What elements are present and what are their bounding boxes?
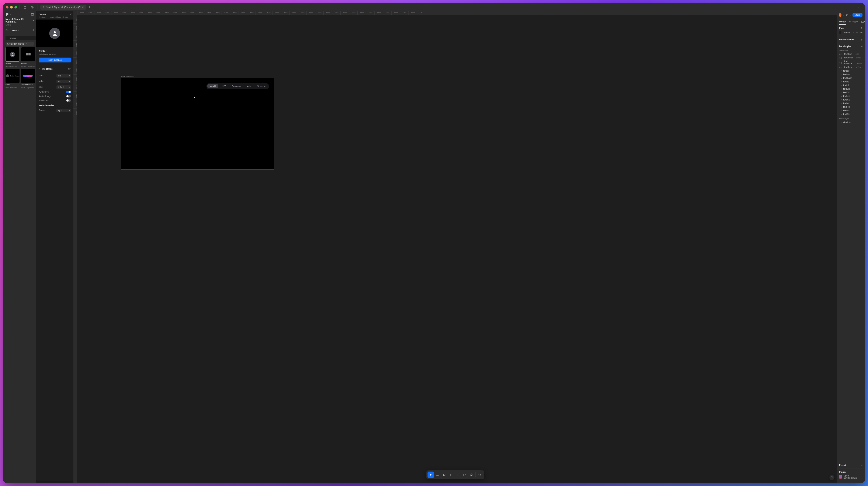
tab-item[interactable]: N.Y <box>219 84 228 88</box>
settings-icon[interactable]: ⚙ <box>861 38 863 41</box>
page-color-value[interactable]: 1E1E1E <box>842 31 850 34</box>
style-folder[interactable]: text-8xl <box>839 109 863 112</box>
dark-container-frame[interactable]: World N.Y Business Arts Science <box>121 78 274 170</box>
chevron-down-icon[interactable]: ▾ <box>843 14 844 16</box>
frame-label[interactable]: Dark container <box>121 76 134 78</box>
globe-icon[interactable] <box>30 4 35 10</box>
component-icon <box>42 6 44 8</box>
avatar-text-toggle[interactable] <box>66 99 71 102</box>
tab-item[interactable]: Science <box>255 84 268 88</box>
add-icon[interactable]: + <box>861 45 863 48</box>
refresh-icon[interactable]: ⟳ <box>68 67 71 71</box>
asset-item[interactable]: Avatar NextUI Figma Ki… <box>5 47 20 67</box>
minimize-window[interactable] <box>10 6 13 8</box>
left-panel: ▾ NextUI Figma Kit (Commu… ▾ Drafts File… <box>3 11 36 483</box>
figma-menu-icon[interactable] <box>5 13 9 16</box>
sidebar-toggle-icon[interactable] <box>31 13 34 16</box>
add-icon[interactable]: + <box>861 464 863 466</box>
text-style-item[interactable]: Agtext-large · 18/28 <box>839 65 863 69</box>
shape-tool[interactable]: ▾ <box>441 471 447 478</box>
user-avatar[interactable] <box>839 13 841 17</box>
text-tool[interactable] <box>455 471 461 478</box>
avatar-image-toggle[interactable] <box>66 95 71 97</box>
color-swatch[interactable] <box>839 31 841 34</box>
text-style-item[interactable]: Agtext-medium · 16/24 <box>839 59 863 65</box>
tab-prototype[interactable]: Prototype <box>849 19 858 25</box>
tab-item[interactable]: Business <box>229 84 244 88</box>
svg-rect-2 <box>31 13 34 15</box>
details-panel: Details Designer… / NextUI Figma Kit (Co… <box>36 11 73 481</box>
tab-item[interactable]: World <box>207 84 219 88</box>
close-details-icon[interactable]: ✕ <box>70 13 72 16</box>
style-folder[interactable]: text-4xl <box>839 94 863 98</box>
asset-item[interactable]: Junior Garcia User NextUI Figma Ki… <box>5 69 20 89</box>
tab-design[interactable]: Design <box>839 19 846 25</box>
horizontal-ruler: -6250-6200-6150-6100-6050-6000-7950-7900… <box>73 11 837 15</box>
close-window[interactable] <box>6 6 8 8</box>
zoom-level[interactable]: 101%▾ <box>861 19 865 25</box>
tokens-select[interactable]: light <box>57 109 71 112</box>
frame-tool[interactable]: ▾ <box>434 471 441 478</box>
opacity-unit: % <box>856 31 858 34</box>
text-style-item[interactable]: Agtext-tiny · 12/16 <box>839 52 863 56</box>
style-folder[interactable]: text-5xl <box>839 98 863 102</box>
asset-item[interactable]: Avatar Group NextUI Figma Ki… <box>21 69 35 89</box>
remove-plugin-icon[interactable]: — <box>860 476 863 478</box>
library-icon[interactable] <box>31 29 34 33</box>
variable-modes-header: Variable modes <box>36 103 73 108</box>
size-select[interactable]: md <box>57 74 71 78</box>
text-style-item[interactable]: Agtext-small · 14/20 <box>839 56 863 59</box>
style-folder[interactable]: text-sm <box>839 73 863 76</box>
tab-item[interactable]: Arts <box>245 84 254 88</box>
style-folder[interactable]: shadow <box>839 121 863 124</box>
radius-select[interactable]: full <box>57 80 71 83</box>
asset-item[interactable]: Image NextUI Figma Ki… <box>21 47 35 67</box>
home-icon[interactable] <box>22 4 28 10</box>
style-folder[interactable]: text-xs <box>839 69 863 73</box>
color-select[interactable]: default <box>57 85 71 89</box>
prop-label: radius <box>39 80 44 82</box>
insert-instance-button[interactable]: Insert instance <box>39 58 71 62</box>
prop-label: Avatar Icon <box>39 91 49 93</box>
tab-file[interactable]: File <box>5 29 9 33</box>
visibility-icon[interactable]: 👁 <box>860 31 863 34</box>
comment-tool[interactable] <box>462 471 468 478</box>
svg-point-8 <box>54 31 56 33</box>
avatar-icon-toggle[interactable] <box>66 91 71 93</box>
plugin-item[interactable]: Open html.to.design — <box>839 473 863 481</box>
actions-tool[interactable] <box>468 471 475 478</box>
close-tab-icon[interactable]: ✕ <box>82 6 84 9</box>
remove-chip-icon[interactable]: ✕ <box>26 43 27 45</box>
filter-chip[interactable]: Created in this file✕ <box>5 42 34 46</box>
style-folder[interactable]: text-9xl <box>839 112 863 116</box>
move-tool[interactable]: ▾ <box>428 471 434 478</box>
share-button[interactable]: Share <box>852 13 863 17</box>
style-folder[interactable]: text-7xl <box>839 105 863 109</box>
style-folder[interactable]: text-3xl <box>839 91 863 94</box>
prop-label: Tokens <box>39 109 45 112</box>
chevron-down-icon[interactable]: ▾ <box>850 14 851 16</box>
present-icon[interactable] <box>846 13 848 16</box>
style-folder[interactable]: text-2xl <box>839 87 863 91</box>
component-name: Avatar <box>39 50 71 53</box>
opacity-value[interactable]: 100 <box>851 31 855 34</box>
style-folder[interactable]: text-base <box>839 76 863 80</box>
help-button[interactable]: ? <box>829 475 834 480</box>
settings-icon[interactable]: ⚙ <box>861 27 863 29</box>
project-title[interactable]: NextUI Figma Kit (Commu… ▾ <box>5 18 34 23</box>
dev-mode-tool[interactable] <box>477 471 483 478</box>
style-folder[interactable]: text-6xl <box>839 102 863 105</box>
new-tab-button[interactable]: + <box>89 5 90 9</box>
window-more-icon[interactable]: ⋯ <box>858 5 862 9</box>
style-folder[interactable]: text-xl <box>839 84 863 87</box>
maximize-window[interactable] <box>14 6 17 8</box>
tab-assets[interactable]: Assets <box>12 29 19 34</box>
file-tab[interactable]: NextUI Figma Kit (Community) (C ✕ <box>40 5 86 10</box>
canvas[interactable]: -6250-6200-6150-6100-6050-6000-7950-7900… <box>73 11 837 483</box>
vertical-ruler: 1300135014001450200020502600265027002750… <box>73 15 77 483</box>
style-folder[interactable]: text-lg <box>839 80 863 84</box>
plugin-icon <box>839 475 842 479</box>
pen-tool[interactable]: ▾ <box>448 471 454 478</box>
chevron-down-icon[interactable]: ▾ <box>10 13 10 16</box>
project-location[interactable]: Drafts <box>5 24 34 26</box>
